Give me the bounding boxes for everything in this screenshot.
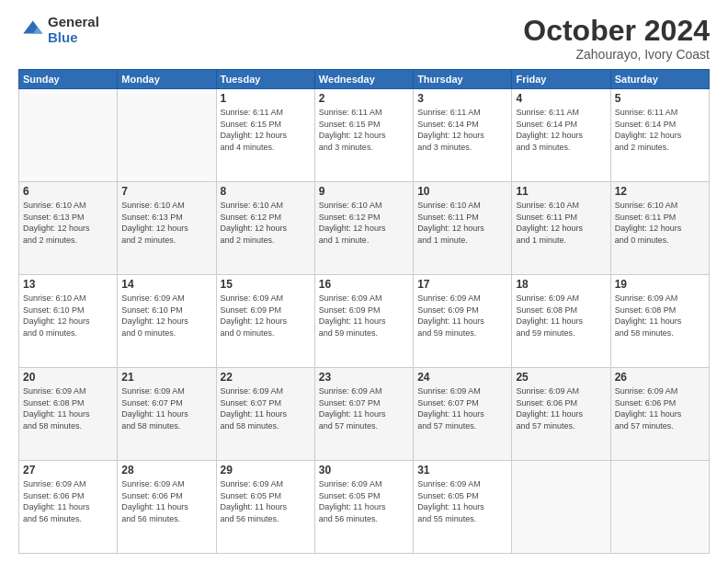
day-info: Sunrise: 6:10 AM Sunset: 6:11 PM Dayligh… [417, 200, 507, 246]
weekday-header-friday: Friday [512, 70, 610, 89]
calendar-week-row: 13Sunrise: 6:10 AM Sunset: 6:10 PM Dayli… [19, 275, 710, 368]
day-number: 23 [319, 371, 409, 384]
day-info: Sunrise: 6:10 AM Sunset: 6:12 PM Dayligh… [319, 200, 409, 246]
day-info: Sunrise: 6:09 AM Sunset: 6:08 PM Dayligh… [615, 293, 705, 339]
day-info: Sunrise: 6:11 AM Sunset: 6:15 PM Dayligh… [221, 107, 311, 153]
day-info: Sunrise: 6:09 AM Sunset: 6:07 PM Dayligh… [221, 385, 311, 431]
day-number: 19 [615, 278, 705, 291]
calendar-cell: 3Sunrise: 6:11 AM Sunset: 6:14 PM Daylig… [414, 89, 512, 182]
logo: General Blue [18, 15, 99, 45]
calendar-cell: 7Sunrise: 6:10 AM Sunset: 6:13 PM Daylig… [118, 182, 216, 275]
calendar-cell: 5Sunrise: 6:11 AM Sunset: 6:14 PM Daylig… [610, 89, 709, 182]
day-number: 27 [23, 464, 113, 477]
calendar-week-row: 27Sunrise: 6:09 AM Sunset: 6:06 PM Dayli… [19, 461, 710, 554]
calendar-cell: 22Sunrise: 6:09 AM Sunset: 6:07 PM Dayli… [216, 368, 314, 461]
calendar-cell: 16Sunrise: 6:09 AM Sunset: 6:09 PM Dayli… [314, 275, 413, 368]
calendar-cell: 11Sunrise: 6:10 AM Sunset: 6:11 PM Dayli… [512, 182, 610, 275]
day-number: 22 [221, 371, 311, 384]
day-number: 12 [615, 185, 705, 198]
calendar-cell: 24Sunrise: 6:09 AM Sunset: 6:07 PM Dayli… [414, 368, 512, 461]
calendar-cell: 23Sunrise: 6:09 AM Sunset: 6:07 PM Dayli… [314, 368, 413, 461]
calendar-cell: 19Sunrise: 6:09 AM Sunset: 6:08 PM Dayli… [610, 275, 709, 368]
day-number: 10 [417, 185, 507, 198]
calendar-cell: 28Sunrise: 6:09 AM Sunset: 6:06 PM Dayli… [118, 461, 216, 554]
weekday-header-row: SundayMondayTuesdayWednesdayThursdayFrid… [19, 70, 710, 89]
day-number: 26 [615, 371, 705, 384]
calendar-cell: 21Sunrise: 6:09 AM Sunset: 6:07 PM Dayli… [118, 368, 216, 461]
weekday-header-tuesday: Tuesday [216, 70, 314, 89]
calendar-cell [512, 461, 610, 554]
calendar-table: SundayMondayTuesdayWednesdayThursdayFrid… [18, 69, 710, 554]
day-number: 1 [221, 92, 311, 105]
day-info: Sunrise: 6:11 AM Sunset: 6:14 PM Dayligh… [516, 107, 606, 153]
calendar-cell: 8Sunrise: 6:10 AM Sunset: 6:12 PM Daylig… [216, 182, 314, 275]
day-info: Sunrise: 6:10 AM Sunset: 6:13 PM Dayligh… [121, 200, 211, 246]
day-number: 9 [319, 185, 409, 198]
calendar-cell: 27Sunrise: 6:09 AM Sunset: 6:06 PM Dayli… [19, 461, 118, 554]
weekday-header-saturday: Saturday [610, 70, 709, 89]
calendar-cell: 26Sunrise: 6:09 AM Sunset: 6:06 PM Dayli… [610, 368, 709, 461]
day-info: Sunrise: 6:11 AM Sunset: 6:14 PM Dayligh… [615, 107, 705, 153]
calendar-cell: 13Sunrise: 6:10 AM Sunset: 6:10 PM Dayli… [19, 275, 118, 368]
day-number: 21 [121, 371, 211, 384]
calendar-cell: 9Sunrise: 6:10 AM Sunset: 6:12 PM Daylig… [314, 182, 413, 275]
day-number: 3 [417, 92, 507, 105]
calendar-cell: 31Sunrise: 6:09 AM Sunset: 6:05 PM Dayli… [414, 461, 512, 554]
day-number: 5 [615, 92, 705, 105]
calendar-cell: 25Sunrise: 6:09 AM Sunset: 6:06 PM Dayli… [512, 368, 610, 461]
day-info: Sunrise: 6:09 AM Sunset: 6:09 PM Dayligh… [319, 293, 409, 339]
day-number: 31 [417, 464, 507, 477]
calendar-cell: 20Sunrise: 6:09 AM Sunset: 6:08 PM Dayli… [19, 368, 118, 461]
title-block: October 2024 Zahourayo, Ivory Coast [523, 15, 710, 62]
day-number: 24 [417, 371, 507, 384]
day-number: 29 [221, 464, 311, 477]
day-number: 15 [221, 278, 311, 291]
weekday-header-thursday: Thursday [414, 70, 512, 89]
calendar-cell: 15Sunrise: 6:09 AM Sunset: 6:09 PM Dayli… [216, 275, 314, 368]
calendar-cell: 1Sunrise: 6:11 AM Sunset: 6:15 PM Daylig… [216, 89, 314, 182]
day-info: Sunrise: 6:10 AM Sunset: 6:13 PM Dayligh… [23, 200, 113, 246]
calendar-cell: 17Sunrise: 6:09 AM Sunset: 6:09 PM Dayli… [414, 275, 512, 368]
logo-blue: Blue [48, 30, 99, 46]
day-number: 18 [516, 278, 606, 291]
day-number: 16 [319, 278, 409, 291]
day-info: Sunrise: 6:09 AM Sunset: 6:05 PM Dayligh… [221, 478, 311, 524]
day-number: 28 [121, 464, 211, 477]
day-info: Sunrise: 6:09 AM Sunset: 6:09 PM Dayligh… [221, 293, 311, 339]
logo-general: General [48, 15, 99, 30]
day-number: 30 [319, 464, 409, 477]
day-info: Sunrise: 6:09 AM Sunset: 6:06 PM Dayligh… [615, 385, 705, 431]
day-info: Sunrise: 6:09 AM Sunset: 6:06 PM Dayligh… [121, 478, 211, 524]
day-number: 8 [221, 185, 311, 198]
calendar-cell [610, 461, 709, 554]
page: General Blue October 2024 Zahourayo, Ivo… [0, 0, 728, 563]
calendar-cell: 14Sunrise: 6:09 AM Sunset: 6:10 PM Dayli… [118, 275, 216, 368]
day-info: Sunrise: 6:10 AM Sunset: 6:11 PM Dayligh… [516, 200, 606, 246]
calendar-cell: 4Sunrise: 6:11 AM Sunset: 6:14 PM Daylig… [512, 89, 610, 182]
day-number: 25 [516, 371, 606, 384]
day-number: 2 [319, 92, 409, 105]
day-info: Sunrise: 6:09 AM Sunset: 6:05 PM Dayligh… [319, 478, 409, 524]
calendar-cell: 2Sunrise: 6:11 AM Sunset: 6:15 PM Daylig… [314, 89, 413, 182]
weekday-header-monday: Monday [118, 70, 216, 89]
calendar-cell: 10Sunrise: 6:10 AM Sunset: 6:11 PM Dayli… [414, 182, 512, 275]
day-info: Sunrise: 6:10 AM Sunset: 6:10 PM Dayligh… [23, 293, 113, 339]
location-subtitle: Zahourayo, Ivory Coast [523, 47, 710, 62]
weekday-header-wednesday: Wednesday [314, 70, 413, 89]
day-number: 20 [23, 371, 113, 384]
day-info: Sunrise: 6:09 AM Sunset: 6:06 PM Dayligh… [23, 478, 113, 524]
day-info: Sunrise: 6:11 AM Sunset: 6:15 PM Dayligh… [319, 107, 409, 153]
calendar-cell: 29Sunrise: 6:09 AM Sunset: 6:05 PM Dayli… [216, 461, 314, 554]
weekday-header-sunday: Sunday [19, 70, 118, 89]
day-info: Sunrise: 6:09 AM Sunset: 6:10 PM Dayligh… [121, 293, 211, 339]
day-number: 6 [23, 185, 113, 198]
calendar-week-row: 1Sunrise: 6:11 AM Sunset: 6:15 PM Daylig… [19, 89, 710, 182]
logo-text: General Blue [48, 15, 99, 45]
day-info: Sunrise: 6:09 AM Sunset: 6:07 PM Dayligh… [319, 385, 409, 431]
day-number: 13 [23, 278, 113, 291]
calendar-cell: 18Sunrise: 6:09 AM Sunset: 6:08 PM Dayli… [512, 275, 610, 368]
day-info: Sunrise: 6:09 AM Sunset: 6:08 PM Dayligh… [516, 293, 606, 339]
calendar-week-row: 6Sunrise: 6:10 AM Sunset: 6:13 PM Daylig… [19, 182, 710, 275]
day-info: Sunrise: 6:09 AM Sunset: 6:09 PM Dayligh… [417, 293, 507, 339]
logo-icon [18, 17, 44, 43]
